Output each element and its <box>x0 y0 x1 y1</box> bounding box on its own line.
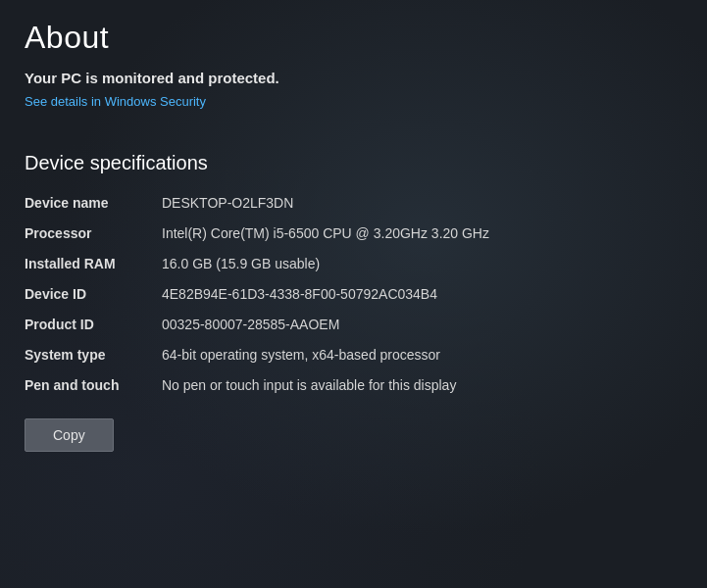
spec-value: Intel(R) Core(TM) i5-6500 CPU @ 3.20GHz … <box>162 219 682 249</box>
table-row: Device ID4E82B94E-61D3-4338-8F00-50792AC… <box>25 279 682 310</box>
spec-value: 4E82B94E-61D3-4338-8F00-50792AC034B4 <box>162 279 682 310</box>
spec-label: Product ID <box>25 310 162 340</box>
table-row: Device nameDESKTOP-O2LF3DN <box>25 188 682 219</box>
spec-label: Installed RAM <box>25 249 162 279</box>
spec-value: 16.0 GB (15.9 GB usable) <box>162 249 682 279</box>
specs-table: Device nameDESKTOP-O2LF3DNProcessorIntel… <box>25 188 682 401</box>
page-title: About <box>25 20 682 56</box>
table-row: Pen and touchNo pen or touch input is av… <box>25 370 682 401</box>
table-row: Installed RAM16.0 GB (15.9 GB usable) <box>25 249 682 279</box>
table-row: System type64-bit operating system, x64-… <box>25 340 682 370</box>
spec-value: DESKTOP-O2LF3DN <box>162 188 682 219</box>
table-row: ProcessorIntel(R) Core(TM) i5-6500 CPU @… <box>25 219 682 249</box>
copy-button[interactable]: Copy <box>25 418 114 452</box>
table-row: Product ID00325-80007-28585-AAOEM <box>25 310 682 340</box>
spec-label: Device name <box>25 188 162 219</box>
spec-value: 00325-80007-28585-AAOEM <box>162 310 682 340</box>
section-title: Device specifications <box>25 152 682 174</box>
spec-label: Pen and touch <box>25 370 162 401</box>
spec-value: No pen or touch input is available for t… <box>162 370 682 401</box>
spec-label: Device ID <box>25 279 162 310</box>
spec-label: Processor <box>25 219 162 249</box>
spec-value: 64-bit operating system, x64-based proce… <box>162 340 682 370</box>
windows-security-link[interactable]: See details in Windows Security <box>25 94 206 109</box>
protection-text: Your PC is monitored and protected. <box>25 70 682 86</box>
spec-label: System type <box>25 340 162 370</box>
